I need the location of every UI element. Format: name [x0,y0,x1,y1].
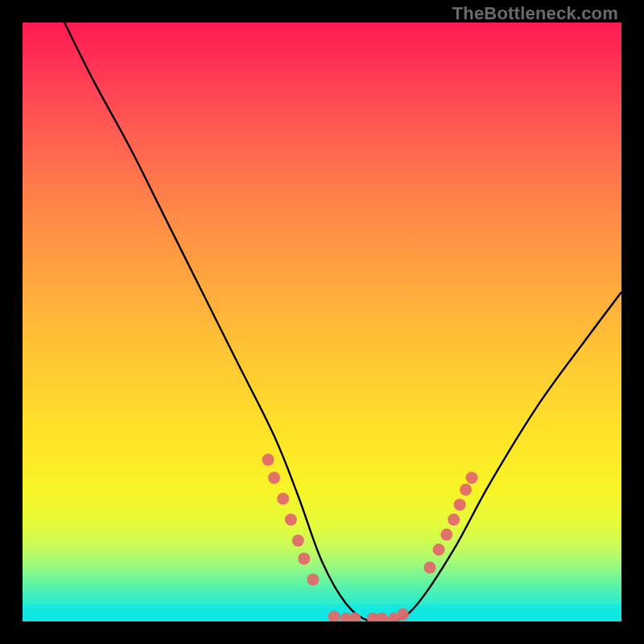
data-point [292,535,304,547]
data-point [285,514,297,526]
plot-area [23,23,621,621]
data-point [423,562,436,574]
data-point [307,573,319,585]
data-point [349,613,361,621]
data-point [262,454,275,466]
data-point [376,613,388,621]
data-point [277,493,289,505]
data-point [397,609,409,621]
data-point [298,552,310,564]
data-point [460,484,472,496]
data-point [440,529,452,541]
data-point [466,472,478,484]
data-point [328,611,340,621]
data-point [448,514,460,526]
chart-frame: TheBottleneck.com [0,0,644,644]
data-point [454,498,466,510]
data-point [268,472,280,484]
data-point [433,543,445,555]
bottleneck-curve [64,23,621,621]
curve-layer [23,23,621,621]
watermark-label: TheBottleneck.com [452,3,618,24]
